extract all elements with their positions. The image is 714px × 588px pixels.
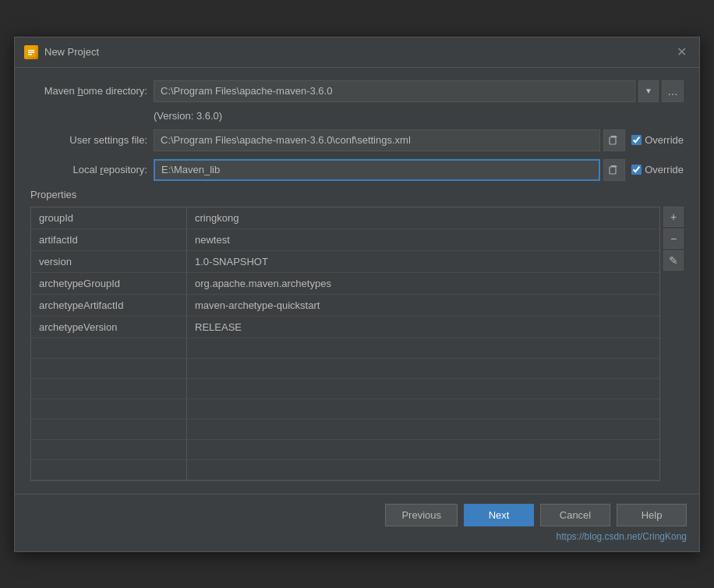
prop-value-artifactid: newtest [187,229,659,250]
new-project-dialog: New Project ✕ Maven home directory: ▼ … … [14,37,700,552]
maven-home-input-group: ▼ … [154,80,684,102]
user-settings-browse-btn[interactable] [603,129,625,151]
local-repo-input-group [154,159,625,181]
prop-value-version: 1.0-SNAPSHOT [187,251,659,272]
user-settings-override-label[interactable]: Override [645,134,684,146]
prop-key-archetype-version: archetypeVersion [31,317,187,338]
properties-section: Properties groupId cringkong artifactId … [30,189,684,481]
user-settings-row: User settings file: Override [30,129,684,151]
next-button[interactable]: Next [464,504,534,526]
user-settings-override-group: Override [631,134,684,146]
edit-property-btn[interactable]: ✎ [663,250,684,271]
maven-version-text: (Version: 3.6.0) [154,110,684,122]
user-settings-input[interactable] [154,129,600,151]
prop-row-archetype-groupid: archetypeGroupId org.apache.maven.archet… [31,273,659,295]
empty-row-2 [31,359,659,379]
maven-home-row: Maven home directory: ▼ … [30,80,684,102]
app-icon [24,45,38,59]
prop-key-artifactid: artifactId [31,229,187,250]
svg-rect-2 [28,51,34,53]
local-repo-override-checkbox[interactable] [631,165,642,175]
local-repo-override-label[interactable]: Override [645,164,684,175]
prop-row-groupid: groupId cringkong [31,207,659,229]
footer-buttons: Previous Next Cancel Help [27,504,687,526]
maven-home-label: Maven home directory: [30,85,147,97]
local-repo-row: Local repository: Override [30,159,684,181]
properties-actions: + − ✎ [663,207,684,481]
add-property-btn[interactable]: + [663,207,684,227]
user-settings-override-checkbox[interactable] [631,135,642,145]
maven-home-input[interactable] [154,80,635,102]
help-button[interactable]: Help [617,504,687,526]
remove-property-btn[interactable]: − [663,228,684,249]
dialog-title: New Project [44,46,99,58]
svg-rect-1 [28,50,34,51]
empty-rows-area [31,338,659,480]
user-settings-input-group [154,129,625,151]
local-repo-override-group: Override [631,164,684,175]
user-settings-label: User settings file: [30,134,147,146]
empty-row-3 [31,379,659,399]
svg-rect-4 [610,137,616,144]
title-bar-left: New Project [24,45,99,59]
prop-key-groupid: groupId [31,207,187,228]
empty-row-4 [31,399,659,420]
prop-value-archetype-artifactid: maven-archetype-quickstart [187,295,659,316]
prop-key-archetype-artifactid: archetypeArtifactId [31,295,187,316]
maven-home-browse-btn[interactable]: … [662,80,684,102]
prop-row-archetype-version: archetypeVersion RELEASE [31,317,659,338]
dialog-content: Maven home directory: ▼ … (Version: 3.6.… [15,68,699,494]
local-repo-input[interactable] [154,159,600,181]
empty-row-6 [31,440,659,460]
previous-button[interactable]: Previous [385,504,458,526]
dialog-footer: Previous Next Cancel Help https://blog.c… [15,494,699,551]
prop-row-version: version 1.0-SNAPSHOT [31,251,659,273]
properties-table: groupId cringkong artifactId newtest ver… [30,207,660,481]
empty-row-5 [31,420,659,440]
empty-row-7 [31,460,659,480]
title-bar: New Project ✕ [15,37,699,68]
properties-section-label: Properties [30,189,684,200]
maven-home-dropdown-btn[interactable]: ▼ [638,80,659,102]
empty-row-1 [31,338,659,359]
svg-rect-5 [610,167,616,174]
prop-key-archetype-groupid: archetypeGroupId [31,273,187,294]
prop-row-artifactid: artifactId newtest [31,229,659,251]
footer-link: https://blog.csdn.net/CringKong [27,531,687,542]
prop-value-archetype-groupid: org.apache.maven.archetypes [187,273,659,294]
close-button[interactable]: ✕ [673,44,690,61]
properties-table-wrapper: groupId cringkong artifactId newtest ver… [30,207,684,481]
prop-key-version: version [31,251,187,272]
prop-row-archetype-artifactid: archetypeArtifactId maven-archetype-quic… [31,295,659,317]
local-repo-browse-btn[interactable] [603,159,625,181]
prop-value-groupid: cringkong [187,207,659,228]
prop-value-archetype-version: RELEASE [187,317,659,338]
svg-rect-3 [28,54,32,55]
cancel-button[interactable]: Cancel [540,504,610,526]
local-repo-label: Local repository: [30,164,147,175]
